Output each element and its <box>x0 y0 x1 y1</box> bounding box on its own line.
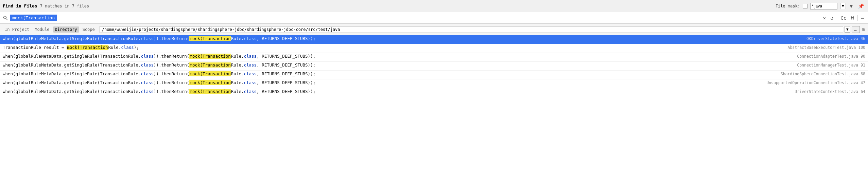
file-reference: ShardingSphereConnectionTest.java 68 <box>774 72 865 76</box>
back-button[interactable]: ↺ <box>829 15 835 21</box>
code-line: TransactionRule result = mock(Transactio… <box>3 45 781 50</box>
code-line: when(globalRuleMetaData.getSingleRule(Tr… <box>3 54 790 59</box>
code-line: when(globalRuleMetaData.getSingleRule(Tr… <box>3 62 790 68</box>
table-row[interactable]: when(globalRuleMetaData.getSingleRule(Tr… <box>0 35 868 44</box>
match-count: 7 matches in 7 files <box>40 4 776 8</box>
file-mask-input[interactable] <box>810 3 837 10</box>
tab-scope[interactable]: Scope <box>81 26 97 33</box>
file-mask-label: File mask: <box>776 4 800 8</box>
file-reference: DriverStateContextTest.java 64 <box>788 89 865 94</box>
w-button[interactable]: W <box>850 15 855 21</box>
separator <box>837 15 837 21</box>
path-dropdown[interactable]: ▼ <box>845 26 850 33</box>
panel-title: Find in Files <box>3 3 37 8</box>
more-button[interactable]: ⋯ <box>860 15 865 21</box>
tab-module[interactable]: Module <box>33 26 51 33</box>
code-line: when(globalRuleMetaData.getSingleRule(Tr… <box>3 36 800 41</box>
code-line: when(globalRuleMetaData.getSingleRule(Tr… <box>3 71 774 76</box>
svg-line-1 <box>6 19 7 20</box>
search-query: mock(Transaction <box>12 15 55 20</box>
filter-icon[interactable]: ▼ <box>849 3 854 10</box>
clear-button[interactable]: ✕ <box>821 15 827 21</box>
pin-icon[interactable]: 📌 <box>857 3 865 10</box>
file-reference: OKDriverStateTest.java 46 <box>800 36 865 41</box>
tab-directory[interactable]: Directory <box>53 26 79 33</box>
search-icon[interactable] <box>3 15 8 21</box>
table-row[interactable]: when(globalRuleMetaData.getSingleRule(Tr… <box>0 53 868 62</box>
results-list: when(globalRuleMetaData.getSingleRule(Tr… <box>0 35 868 188</box>
file-mask-checkbox[interactable] <box>803 4 808 8</box>
file-reference: ConnectionAdapterTest.java 90 <box>790 54 865 59</box>
file-reference: UnsupportedOperationConnectionTest.java … <box>760 80 865 85</box>
file-reference: ConnectionManagerTest.java 91 <box>790 63 865 68</box>
table-row[interactable]: when(globalRuleMetaData.getSingleRule(Tr… <box>0 88 868 97</box>
table-row[interactable]: TransactionRule result = mock(Transactio… <box>0 44 868 53</box>
separator2 <box>857 15 858 21</box>
table-row[interactable]: when(globalRuleMetaData.getSingleRule(Tr… <box>0 79 868 88</box>
filter-bar: In Project Module Directory Scope ▼ ... … <box>0 24 868 35</box>
tab-in-project[interactable]: In Project <box>3 26 31 33</box>
file-reference: AbstractBaseExecutorTest.java 100 <box>781 45 865 50</box>
table-row[interactable]: when(globalRuleMetaData.getSingleRule(Tr… <box>0 62 868 71</box>
search-actions: ✕ ↺ Cc W ⋯ <box>821 15 865 21</box>
code-line: when(globalRuleMetaData.getSingleRule(Tr… <box>3 80 760 85</box>
browse-button[interactable]: ... <box>852 26 860 33</box>
search-bar: mock(Transaction ✕ ↺ Cc W ⋯ <box>0 12 868 24</box>
layout-icon[interactable]: ⊞ <box>861 26 865 33</box>
svg-point-0 <box>4 16 6 19</box>
cc-button[interactable]: Cc <box>839 15 848 21</box>
file-mask-dropdown[interactable]: ▼ <box>840 3 846 9</box>
directory-path-input[interactable] <box>100 26 843 33</box>
search-input-wrapper[interactable]: mock(Transaction <box>10 15 57 21</box>
table-row[interactable]: when(globalRuleMetaData.getSingleRule(Tr… <box>0 71 868 79</box>
header-controls: File mask: ▼ ▼ 📌 <box>776 3 865 10</box>
header-bar: Find in Files 7 matches in 7 files File … <box>0 0 868 12</box>
code-line: when(globalRuleMetaData.getSingleRule(Tr… <box>3 89 788 94</box>
